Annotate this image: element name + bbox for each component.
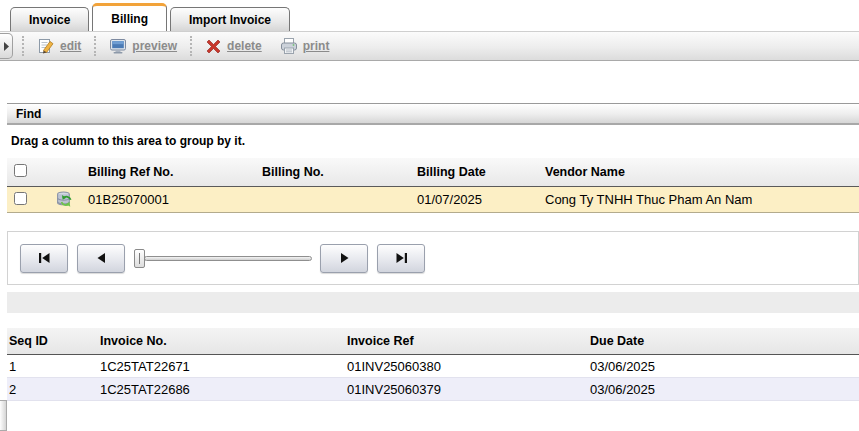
last-page-button[interactable]: [377, 244, 425, 273]
cell-invoice-no: 1C25TAT22686: [100, 382, 347, 397]
toolbar-separator: [94, 36, 96, 56]
invoice-table-row[interactable]: 2 1C25TAT22686 01INV25060379 03/06/2025: [7, 378, 859, 401]
edit-button[interactable]: edit: [31, 35, 87, 57]
column-header-seq-id[interactable]: Seq ID: [9, 334, 100, 348]
row-checkbox-cell: [7, 192, 41, 208]
pager-panel: [7, 231, 859, 285]
column-header-invoice-ref[interactable]: Invoice Ref: [347, 334, 590, 348]
group-by-hint-text: Drag a column to this area to group by i…: [11, 134, 245, 148]
monitor-icon: [109, 37, 127, 55]
previous-page-icon: [96, 252, 107, 264]
tab-billing[interactable]: Billing: [92, 3, 167, 31]
cell-invoice-no: 1C25TAT22671: [100, 359, 347, 374]
column-header-invoice-no[interactable]: Invoice No.: [100, 334, 347, 348]
group-by-drop-area[interactable]: Drag a column to this area to group by i…: [7, 125, 859, 158]
billing-grid-header: Billing Ref No. Billing No. Billing Date…: [7, 158, 859, 187]
tab-billing-label: Billing: [111, 12, 148, 26]
column-header-billing-no[interactable]: Billing No.: [262, 165, 417, 179]
delete-button-label: delete: [227, 39, 262, 53]
select-all-checkbox[interactable]: [14, 164, 27, 177]
cell-due-date: 03/06/2025: [590, 359, 859, 374]
tab-invoice-label: Invoice: [29, 13, 70, 27]
find-panel-title: Find: [16, 107, 41, 121]
page-slider-thumb[interactable]: [134, 249, 145, 268]
cell-billing-ref-no: 01B25070001: [88, 192, 262, 207]
page-slider: [134, 249, 312, 268]
database-sync-icon: [56, 191, 73, 208]
toolbar-overflow-handle[interactable]: [0, 33, 13, 59]
delete-button[interactable]: delete: [199, 36, 268, 57]
previous-page-button[interactable]: [77, 244, 125, 273]
cell-vendor-name: Cong Ty TNHH Thuc Pham An Nam: [545, 192, 859, 207]
column-header-billing-date[interactable]: Billing Date: [417, 165, 545, 179]
cell-seq-id: 2: [9, 382, 100, 397]
first-page-icon: [38, 252, 51, 264]
cell-seq-id: 1: [9, 359, 100, 374]
row-checkbox[interactable]: [14, 192, 27, 205]
toolbar-separator: [22, 36, 24, 56]
printer-icon: [280, 37, 298, 55]
detail-group-band: [7, 292, 859, 313]
tab-import-invoice[interactable]: Import Invoice: [170, 7, 290, 31]
billing-table-row[interactable]: 01B25070001 01/07/2025 Cong Ty TNHH Thuc…: [7, 187, 859, 213]
next-page-button[interactable]: [320, 244, 368, 273]
preview-button[interactable]: preview: [103, 35, 183, 57]
toolbar-separator: [190, 36, 192, 56]
toolbar: edit preview delete print: [0, 31, 859, 61]
cell-invoice-ref: 01INV25060379: [347, 382, 590, 397]
preview-button-label: preview: [132, 39, 177, 53]
edit-button-label: edit: [60, 39, 81, 53]
chevron-right-icon: [3, 42, 10, 51]
select-all-checkbox-cell: [7, 164, 41, 180]
edit-pencil-icon: [37, 37, 55, 55]
cell-billing-date: 01/07/2025: [417, 192, 545, 207]
print-button-label: print: [303, 39, 330, 53]
row-icon-cell[interactable]: [41, 191, 88, 208]
first-page-button[interactable]: [20, 244, 68, 273]
invoice-table-row[interactable]: 1 1C25TAT22671 01INV25060380 03/06/2025: [7, 355, 859, 378]
last-page-icon: [395, 252, 408, 264]
tab-strip: Invoice Billing Import Invoice: [0, 0, 859, 31]
print-button[interactable]: print: [274, 35, 336, 57]
invoice-grid-header: Seq ID Invoice No. Invoice Ref Due Date: [7, 328, 859, 355]
panel-edge-strip: [0, 400, 7, 431]
cell-due-date: 03/06/2025: [590, 382, 859, 397]
column-header-due-date[interactable]: Due Date: [590, 334, 859, 348]
page-slider-track[interactable]: [144, 256, 312, 261]
main-content: Find Drag a column to this area to group…: [7, 61, 859, 401]
column-header-billing-ref-no[interactable]: Billing Ref No.: [88, 165, 262, 179]
find-panel-header[interactable]: Find: [7, 103, 859, 125]
tab-invoice[interactable]: Invoice: [10, 7, 89, 31]
next-page-icon: [339, 252, 350, 264]
tab-import-invoice-label: Import Invoice: [189, 13, 271, 27]
column-header-vendor-name[interactable]: Vendor Name: [545, 165, 859, 179]
red-x-icon: [205, 38, 222, 55]
cell-invoice-ref: 01INV25060380: [347, 359, 590, 374]
